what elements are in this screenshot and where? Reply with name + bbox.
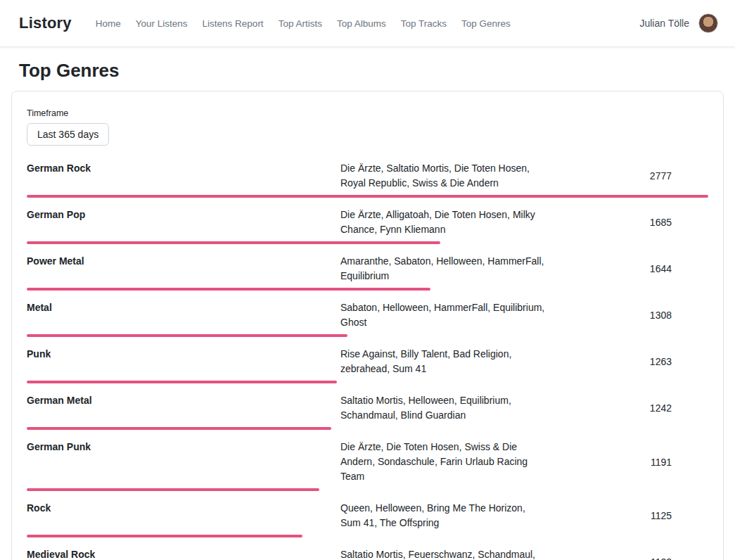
genre-artists: Rise Against, Billy Talent, Bad Religion… bbox=[340, 347, 546, 376]
genre-row: Medieval Rock Saltatio Mortis, Feuerschw… bbox=[27, 541, 708, 560]
genre-bar bbox=[27, 288, 430, 291]
genre-name: Medieval Rock bbox=[27, 547, 340, 560]
genre-count: 1263 bbox=[650, 356, 708, 367]
genre-count: 1685 bbox=[650, 217, 708, 228]
genre-name: German Rock bbox=[27, 161, 340, 176]
genre-row: Rock Queen, Helloween, Bring Me The Hori… bbox=[27, 495, 708, 541]
user-avatar[interactable] bbox=[698, 13, 718, 33]
genre-artists: Die Ärzte, Die Toten Hosen, Swiss & Die … bbox=[340, 440, 546, 484]
genre-row: German Rock Die Ärzte, Saltatio Mortis, … bbox=[27, 155, 708, 201]
genre-rows: German Rock Die Ärzte, Saltatio Mortis, … bbox=[27, 155, 708, 560]
genre-artists: Die Ärzte, Saltatio Mortis, Die Toten Ho… bbox=[340, 161, 546, 191]
genre-bar bbox=[27, 427, 331, 430]
genre-bar bbox=[27, 334, 347, 337]
genre-artists: Amaranthe, Sabaton, Helloween, HammerFal… bbox=[340, 254, 546, 284]
genre-bar bbox=[27, 381, 337, 383]
genre-row: German Metal Saltatio Mortis, Helloween,… bbox=[27, 387, 708, 433]
nav-links: HomeYour ListensListens ReportTop Artist… bbox=[96, 18, 511, 29]
nav-link-top-tracks[interactable]: Top Tracks bbox=[401, 18, 447, 29]
genre-name: Punk bbox=[27, 347, 340, 362]
top-navbar: Listory HomeYour ListensListens ReportTo… bbox=[0, 0, 735, 46]
nav-link-top-albums[interactable]: Top Albums bbox=[337, 18, 386, 29]
genre-artists: Saltatio Mortis, Helloween, Equilibrium,… bbox=[340, 393, 546, 423]
timeframe-select[interactable]: Last 365 days bbox=[27, 123, 109, 146]
genre-artists: Sabaton, Helloween, HammerFall, Equilibr… bbox=[340, 300, 546, 330]
top-genres-card: Timeframe Last 365 days German Rock Die … bbox=[11, 91, 724, 560]
page-title: Top Genres bbox=[19, 60, 724, 82]
timeframe-label: Timeframe bbox=[27, 108, 708, 118]
genre-name: German Metal bbox=[27, 393, 340, 408]
main-content: Top Genres Timeframe Last 365 days Germa… bbox=[0, 60, 735, 560]
genre-bar bbox=[27, 488, 319, 491]
genre-count: 1242 bbox=[650, 402, 708, 414]
genre-artists: Queen, Helloween, Bring Me The Horizon, … bbox=[340, 501, 546, 530]
genre-row: German Punk Die Ärzte, Die Toten Hosen, … bbox=[27, 433, 708, 495]
nav-link-home[interactable]: Home bbox=[96, 18, 121, 29]
genre-name: German Pop bbox=[27, 208, 340, 222]
nav-link-top-genres[interactable]: Top Genres bbox=[461, 18, 511, 29]
genre-row: Punk Rise Against, Billy Talent, Bad Rel… bbox=[27, 341, 708, 387]
genre-artists: Saltatio Mortis, Feuerschwanz, Schandmau… bbox=[340, 547, 546, 560]
genre-row: Power Metal Amaranthe, Sabaton, Hellowee… bbox=[27, 248, 708, 294]
genre-name: Rock bbox=[27, 501, 340, 516]
genre-name: Metal bbox=[27, 300, 340, 315]
nav-link-top-artists[interactable]: Top Artists bbox=[279, 18, 322, 29]
genre-count: 1191 bbox=[651, 457, 708, 468]
nav-left: Listory HomeYour ListensListens ReportTo… bbox=[19, 14, 511, 32]
genre-row: German Pop Die Ärzte, Alligatoah, Die To… bbox=[27, 201, 708, 248]
timeframe-filter: Timeframe Last 365 days bbox=[27, 108, 708, 146]
genre-bar bbox=[27, 535, 302, 537]
user-name[interactable]: Julian Tölle bbox=[639, 18, 689, 29]
genre-count: 1123 bbox=[651, 556, 708, 560]
nav-right: Julian Tölle bbox=[639, 13, 718, 33]
genre-row: Metal Sabaton, Helloween, HammerFall, Eq… bbox=[27, 294, 708, 341]
genre-count: 1644 bbox=[650, 263, 708, 274]
genre-count: 2777 bbox=[650, 170, 708, 182]
genre-count: 1308 bbox=[650, 310, 708, 321]
genre-name: German Punk bbox=[27, 440, 340, 454]
genre-artists: Die Ärzte, Alligatoah, Die Toten Hosen, … bbox=[340, 208, 546, 237]
nav-link-listens-report[interactable]: Listens Report bbox=[203, 18, 264, 29]
nav-link-your-listens[interactable]: Your Listens bbox=[136, 18, 188, 29]
app-logo[interactable]: Listory bbox=[19, 14, 72, 32]
genre-name: Power Metal bbox=[27, 254, 340, 269]
genre-bar bbox=[27, 195, 708, 198]
genre-count: 1125 bbox=[651, 510, 708, 521]
genre-bar bbox=[27, 241, 440, 244]
